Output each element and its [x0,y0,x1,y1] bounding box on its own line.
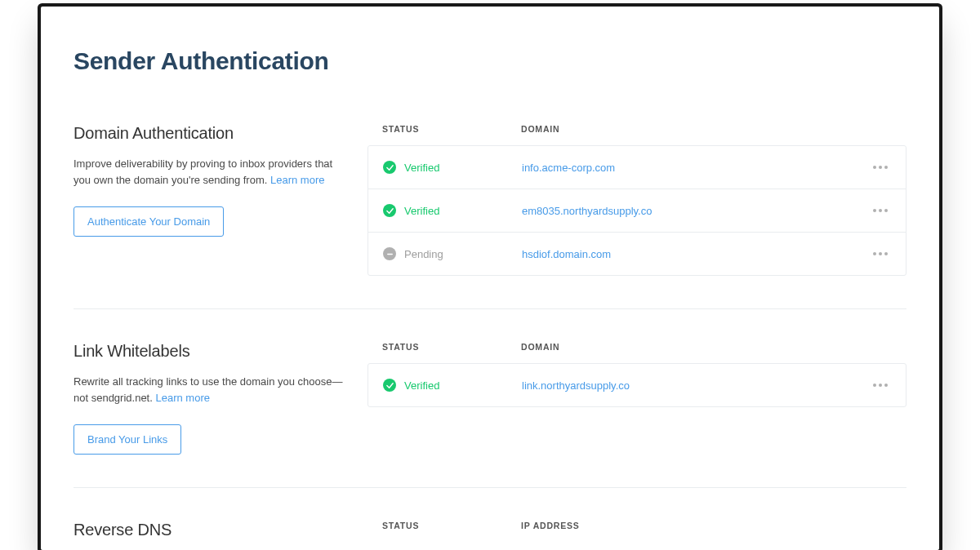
more-icon[interactable] [870,249,891,259]
section-title: Domain Authentication [74,124,351,143]
column-header-domain: DOMAIN [521,124,858,134]
domain-cell: info.acme-corp.com [522,162,857,174]
section-reverse-dns: Reverse DNS STATUS IP ADDRESS [74,521,906,550]
check-icon [383,204,396,217]
more-icon[interactable] [870,162,891,172]
domain-link[interactable]: link.northyardsupply.co [522,379,630,392]
status-cell: Verified [383,161,522,174]
brand-links-button[interactable]: Brand Your Links [74,424,181,455]
section-title: Link Whitelabels [74,342,351,361]
section-left: Link Whitelabels Rewrite all tracking li… [74,342,351,455]
column-header-ip: IP ADDRESS [521,521,858,530]
section-description: Improve deliverability by proving to inb… [74,156,351,189]
table-row: Verified link.northyardsupply.co [368,364,906,406]
table-body: Verified link.northyardsupply.co [368,363,906,407]
domain-cell: link.northyardsupply.co [522,379,857,392]
section-left: Domain Authentication Improve deliverabi… [74,124,351,237]
table-header: STATUS DOMAIN [368,124,906,145]
domain-link[interactable]: info.acme-corp.com [522,162,615,174]
check-icon [383,161,396,174]
column-header-domain: DOMAIN [521,342,858,352]
learn-more-link[interactable]: Learn more [270,174,324,186]
domain-cell: hsdiof.domain.com [522,248,857,260]
domain-cell: em8035.northyardsupply.co [522,205,857,217]
table-row: Verified em8035.northyardsupply.co [368,189,906,233]
minus-icon [383,247,396,260]
status-text: Pending [404,248,443,260]
status-text: Verified [404,162,439,174]
status-text: Verified [404,379,439,392]
domain-link[interactable]: hsdiof.domain.com [522,248,611,260]
table-header: STATUS DOMAIN [368,342,906,363]
page-container: Sender Authentication Domain Authenticat… [41,7,939,550]
section-domain-authentication: Domain Authentication Improve deliverabi… [74,124,906,309]
domain-link[interactable]: em8035.northyardsupply.co [522,205,652,217]
more-icon[interactable] [870,206,891,215]
page-title: Sender Authentication [74,47,906,75]
status-cell: Verified [383,204,522,217]
check-icon [383,379,396,392]
authenticate-domain-button[interactable]: Authenticate Your Domain [74,206,224,237]
section-link-whitelabels: Link Whitelabels Rewrite all tracking li… [74,342,906,488]
section-right: STATUS DOMAIN Verified info.acme-corp.co… [368,124,906,276]
table-row: Pending hsdiof.domain.com [368,233,906,275]
section-left: Reverse DNS [74,521,351,550]
section-right: STATUS IP ADDRESS [368,521,906,542]
column-header-status: STATUS [382,521,521,530]
status-cell: Pending [383,247,522,260]
table-header: STATUS IP ADDRESS [368,521,906,542]
section-description: Rewrite all tracking links to use the do… [74,374,351,406]
section-title: Reverse DNS [74,521,351,539]
more-icon[interactable] [870,380,891,390]
learn-more-link[interactable]: Learn more [155,392,209,404]
section-right: STATUS DOMAIN Verified link.northyardsup… [368,342,906,407]
status-cell: Verified [383,379,522,392]
status-text: Verified [404,205,439,217]
table-row: Verified info.acme-corp.com [368,146,906,189]
column-header-status: STATUS [382,124,521,134]
column-header-status: STATUS [382,342,521,352]
table-body: Verified info.acme-corp.com Verified [368,145,906,276]
